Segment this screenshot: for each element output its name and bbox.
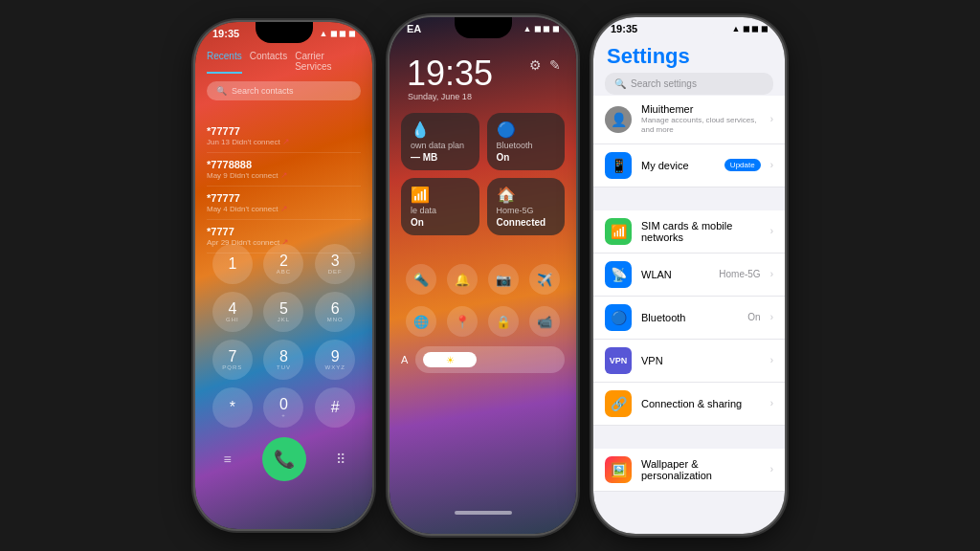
phone-dialer: 19:35 ▲ ◼ ◼ ◼ Recents Contacts Carrier S… <box>195 22 372 529</box>
connection-icon: 🔗 <box>605 390 632 417</box>
settings-item-bluetooth[interactable]: 🔵 Bluetooth On › <box>593 297 785 340</box>
key-4[interactable]: 4GHI <box>212 292 253 332</box>
data-icon: 💧 <box>411 121 470 139</box>
keypad-icon[interactable]: ⠿ <box>325 444 356 474</box>
call-item[interactable]: *77777 May 4 Didn't connect ↗ <box>207 187 361 220</box>
key-1[interactable]: 1 <box>212 244 253 284</box>
sun-icon: ☀ <box>446 355 455 365</box>
cc-time: 19:35 <box>407 54 493 94</box>
brightness-bar[interactable]: ☀ <box>415 346 565 373</box>
key-9[interactable]: 9WXYZ <box>315 340 355 380</box>
settings-item-wlan[interactable]: 📡 WLAN Home-5G › <box>593 253 785 297</box>
settings-item-connection[interactable]: 🔗 Connection & sharing › <box>593 383 785 426</box>
chevron-icon: › <box>770 269 773 279</box>
tab-contacts[interactable]: Contacts <box>250 49 287 74</box>
chevron-icon: › <box>770 226 773 236</box>
cc-tile-bluetooth[interactable]: 🔵 Bluetooth On <box>487 113 566 170</box>
key-3[interactable]: 3DEF <box>315 244 355 284</box>
notch <box>256 22 313 43</box>
data-value: — MB <box>411 152 470 163</box>
key-7[interactable]: 7PQRS <box>212 340 253 380</box>
cc-quick-icons-row1: 🔦 🔔 📷 ✈️ <box>401 264 565 295</box>
phone-control-center: EA ▲ ◼ ◼ ◼ 19:35 Sunday, June 18 ⚙ ✎ 💧 o… <box>390 17 576 534</box>
key-hash[interactable]: # <box>315 387 355 428</box>
cc-top-icons: ⚙ ✎ <box>529 57 561 73</box>
bluetooth-settings-icon: 🔵 <box>605 304 632 331</box>
search-icon-settings: 🔍 <box>614 78 626 89</box>
lock-button[interactable]: 🔒 <box>488 306 519 337</box>
call-info: Jun 13 Didn't connect ↗ <box>207 137 361 146</box>
cc-tile-data[interactable]: 💧 own data plan — MB <box>401 113 479 170</box>
cc-row-2: 📶 le data On 🏠 Home-5G Connected <box>401 178 565 235</box>
cc-tile-mobile[interactable]: 📶 le data On <box>401 178 479 235</box>
settings-title: Settings <box>607 44 690 69</box>
dialer-bottom: ≡ 📞 ⠿ <box>211 437 357 481</box>
bluetooth-icon: 🔵 <box>497 121 556 139</box>
alarm-button[interactable]: 🔔 <box>447 264 478 295</box>
key-6[interactable]: 6MNO <box>315 292 355 332</box>
call-item[interactable]: *7778888 May 9 Didn't connect ↗ <box>207 153 361 187</box>
call-number: *77777 <box>207 192 361 204</box>
mydevice-label: My device <box>641 160 715 171</box>
settings-item-vpn[interactable]: VPN VPN › <box>593 340 785 383</box>
chevron-icon: › <box>770 464 773 474</box>
vpn-icon: VPN <box>605 347 632 374</box>
bluetooth-label: Bluetooth <box>497 141 556 150</box>
key-0[interactable]: 0+ <box>263 387 303 428</box>
call-number: *7777 <box>207 226 361 237</box>
camera-button[interactable]: 📷 <box>488 264 519 295</box>
settings-item-sim[interactable]: 📶 SIM cards & mobile networks › <box>593 210 785 253</box>
settings-search[interactable]: 🔍 Search settings <box>605 73 773 95</box>
brightness-label: A <box>401 354 408 365</box>
settings-item-miuithemer[interactable]: 👤 Miuithemer Manage accounts, cloud serv… <box>593 96 785 144</box>
tab-carrier[interactable]: Carrier Services <box>295 49 361 74</box>
edit-icon[interactable]: ✎ <box>549 57 561 73</box>
sim-icon: 📶 <box>605 218 632 245</box>
key-5[interactable]: 5JKL <box>263 292 303 332</box>
carrier-label: EA <box>407 23 421 34</box>
search-contacts[interactable]: 🔍 Search contacts <box>207 81 361 100</box>
flashlight-button[interactable]: 🔦 <box>406 264 436 295</box>
key-2[interactable]: 2ABC <box>263 244 303 284</box>
brightness-control: A ☀ <box>401 346 565 373</box>
key-star[interactable]: * <box>212 387 253 428</box>
globe-button[interactable]: 🌐 <box>406 306 436 337</box>
chevron-icon: › <box>770 312 773 322</box>
settings-text-wlan: WLAN <box>641 269 709 280</box>
call-button[interactable]: 📞 <box>262 437 306 481</box>
data-label: own data plan <box>411 141 470 150</box>
video-button[interactable]: 📹 <box>529 306 560 337</box>
settings-text-sim: SIM cards & mobile networks <box>641 220 761 243</box>
call-number: *7778888 <box>207 159 361 170</box>
airplane-button[interactable]: ✈️ <box>529 264 560 295</box>
settings-divider-2 <box>593 426 785 449</box>
settings-text-wallpaper: Wallpaper & personalization <box>641 458 761 481</box>
menu-icon[interactable]: ≡ <box>212 444 243 474</box>
key-8[interactable]: 8TUV <box>263 340 303 380</box>
settings-search-placeholder: Search settings <box>631 78 697 89</box>
settings-text-connection: Connection & sharing <box>641 398 761 409</box>
settings-text-vpn: VPN <box>641 355 761 366</box>
status-icons-1: ▲ ◼ ◼ ◼ <box>320 29 355 38</box>
tab-recents[interactable]: Recents <box>207 49 242 74</box>
time-1: 19:35 <box>212 28 239 39</box>
settings-item-mydevice[interactable]: 📱 My device Update › <box>593 144 785 187</box>
search-icon: 🔍 <box>216 86 227 96</box>
search-placeholder: Search contacts <box>232 86 294 96</box>
cc-tile-wifi[interactable]: 🏠 Home-5G Connected <box>487 178 566 235</box>
notch-3 <box>660 17 718 38</box>
wallpaper-label: Wallpaper & personalization <box>641 458 761 481</box>
settings-item-wallpaper[interactable]: 🖼️ Wallpaper & personalization › <box>593 449 785 492</box>
cc-row-1: 💧 own data plan — MB 🔵 Bluetooth On <box>401 113 565 170</box>
bluetooth-value: On <box>747 312 760 322</box>
wlan-label: WLAN <box>641 269 709 280</box>
vpn-label: VPN <box>641 355 761 366</box>
call-item[interactable]: *77777 Jun 13 Didn't connect ↗ <box>207 120 361 153</box>
update-badge: Update <box>724 159 761 171</box>
settings-icon[interactable]: ⚙ <box>529 57 542 73</box>
location-button[interactable]: 📍 <box>447 306 478 337</box>
mobile-icon: 📶 <box>411 186 470 204</box>
status-icons-3: ▲ ◼ ◼ ◼ <box>732 24 768 33</box>
wifi-value: Connected <box>497 217 556 228</box>
notch-2 <box>455 17 512 38</box>
